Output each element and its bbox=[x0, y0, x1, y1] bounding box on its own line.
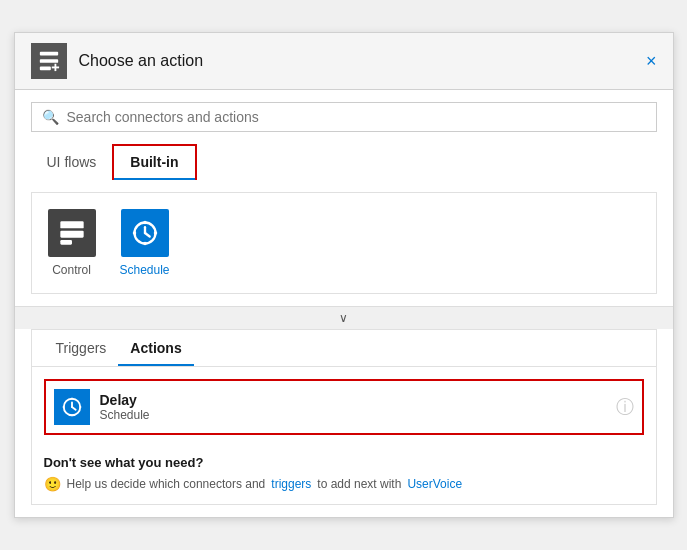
svg-point-12 bbox=[143, 242, 147, 246]
action-name: Delay bbox=[100, 392, 150, 408]
action-delay[interactable]: Delay Schedule ⓘ bbox=[44, 379, 644, 435]
action-text: Delay Schedule bbox=[100, 392, 150, 422]
svg-rect-2 bbox=[39, 67, 50, 71]
header-icon bbox=[31, 43, 67, 79]
schedule-label: Schedule bbox=[120, 263, 170, 277]
control-label: Control bbox=[52, 263, 91, 277]
sub-tabs: Triggers Actions bbox=[32, 330, 656, 367]
svg-rect-6 bbox=[60, 231, 83, 238]
uservoice-link[interactable]: UserVoice bbox=[407, 477, 462, 491]
choose-action-panel: Choose an action × 🔍 UI flows Built-in C… bbox=[14, 32, 674, 518]
dont-see-text1: Help us decide which connectors and bbox=[67, 477, 266, 491]
svg-rect-1 bbox=[39, 59, 57, 63]
search-input[interactable] bbox=[67, 109, 646, 125]
panel-header: Choose an action × bbox=[15, 33, 673, 90]
svg-rect-5 bbox=[60, 221, 83, 228]
svg-point-14 bbox=[153, 231, 157, 235]
tab-built-in[interactable]: Built-in bbox=[112, 144, 196, 180]
search-bar[interactable]: 🔍 bbox=[31, 102, 657, 132]
action-sub: Schedule bbox=[100, 408, 150, 422]
search-icon: 🔍 bbox=[42, 109, 59, 125]
collapse-icon: ∨ bbox=[339, 311, 348, 325]
connector-schedule[interactable]: Schedule bbox=[120, 209, 170, 277]
svg-line-17 bbox=[72, 407, 76, 410]
collapse-row[interactable]: ∨ bbox=[15, 306, 673, 329]
panel-title: Choose an action bbox=[79, 52, 204, 70]
svg-point-11 bbox=[143, 221, 147, 225]
control-icon-box bbox=[48, 209, 96, 257]
svg-point-21 bbox=[79, 406, 81, 408]
close-icon[interactable]: × bbox=[646, 51, 657, 72]
dont-see-section: Don't see what you need? 🙂 Help us decid… bbox=[32, 447, 656, 504]
bottom-section: Triggers Actions Delay bbox=[31, 329, 657, 505]
dont-see-text2: to add next with bbox=[317, 477, 401, 491]
dont-see-title: Don't see what you need? bbox=[44, 455, 644, 470]
svg-rect-7 bbox=[60, 240, 72, 245]
connectors-section: Control Schedule bbox=[31, 192, 657, 294]
dont-see-row: 🙂 Help us decide which connectors and tr… bbox=[44, 476, 644, 492]
svg-line-10 bbox=[145, 233, 150, 237]
main-tabs: UI flows Built-in bbox=[15, 144, 673, 180]
info-icon[interactable]: ⓘ bbox=[616, 395, 634, 419]
svg-point-13 bbox=[132, 231, 136, 235]
schedule-icon-box bbox=[121, 209, 169, 257]
svg-point-20 bbox=[62, 406, 64, 408]
svg-rect-0 bbox=[39, 52, 57, 56]
header-left: Choose an action bbox=[31, 43, 204, 79]
connector-control[interactable]: Control bbox=[48, 209, 96, 277]
triggers-link[interactable]: triggers bbox=[271, 477, 311, 491]
svg-point-18 bbox=[70, 398, 72, 400]
tab-triggers[interactable]: Triggers bbox=[44, 330, 119, 366]
tab-ui-flows[interactable]: UI flows bbox=[31, 146, 113, 178]
tab-actions[interactable]: Actions bbox=[118, 330, 193, 366]
smiley-icon: 🙂 bbox=[44, 476, 61, 492]
delay-icon-box bbox=[54, 389, 90, 425]
svg-point-19 bbox=[70, 414, 72, 416]
